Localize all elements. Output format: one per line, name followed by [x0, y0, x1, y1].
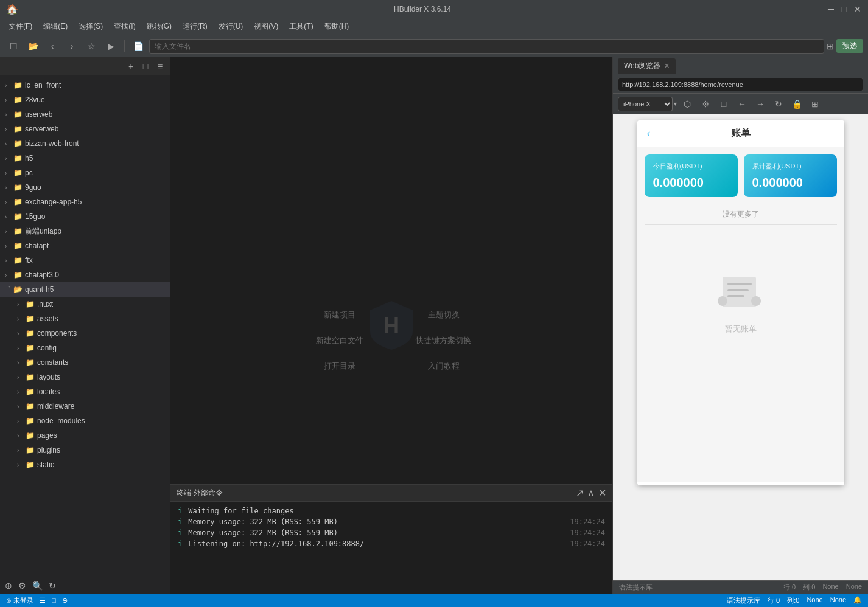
- tree-item-exchange[interactable]: › 📁 exchange-app-h5: [0, 195, 170, 209]
- terminal-close-icon[interactable]: ✕: [598, 487, 606, 499]
- run-button[interactable]: ▶: [102, 38, 119, 55]
- empty-icon: [716, 268, 765, 316]
- browser-back-button[interactable]: ←: [734, 96, 750, 112]
- menu-publish[interactable]: 发行(U): [214, 19, 248, 33]
- menu-file[interactable]: 文件(F): [4, 19, 37, 33]
- tree-item-pc[interactable]: › 📁 pc: [0, 165, 170, 180]
- statusbar-right: 语法提示库 行:0 列:0 None None 🔔: [727, 596, 862, 605]
- web-statusbar: 语法提示库 行:0 列:0 None None: [613, 580, 868, 594]
- new-project-button[interactable]: 新建项目: [287, 302, 391, 328]
- statusbar-settings-icon[interactable]: ⊕: [62, 597, 68, 605]
- web-status-col: 列:0: [803, 583, 815, 592]
- browser-grid-button[interactable]: ⊞: [807, 96, 823, 112]
- sidebar-header: + □ ≡: [0, 57, 170, 75]
- tree-item-28vue[interactable]: › 📁 28vue: [0, 92, 170, 107]
- tree-item-plugins[interactable]: › 📁 plugins: [0, 443, 170, 457]
- stats-row: 今日盈利(USDT) 0.000000 累计盈利(USDT) 0.000000: [645, 154, 837, 197]
- menu-select[interactable]: 选择(S): [74, 19, 108, 33]
- back-button[interactable]: ‹: [44, 38, 61, 55]
- tree-item-middleware[interactable]: › 📁 middleware: [0, 399, 170, 414]
- tree-item-nuxt[interactable]: › 📁 .nuxt: [0, 297, 170, 311]
- tree-item-constants[interactable]: › 📁 constants: [0, 355, 170, 370]
- tree-item-bizzan[interactable]: › 📁 bizzan-web-front: [0, 136, 170, 151]
- theme-switch-button[interactable]: 主题切换: [391, 302, 495, 328]
- preselect-button[interactable]: 预选: [836, 39, 863, 53]
- tree-item-userweb[interactable]: › 📁 userweb: [0, 107, 170, 122]
- terminal-line-2: i Memory usage: 322 MB (RSS: 559 MB) 19:…: [178, 518, 605, 526]
- phone-content: 今日盈利(USDT) 0.000000 累计盈利(USDT) 0.000000 …: [637, 147, 844, 482]
- browser-settings-button[interactable]: ⚙: [698, 96, 713, 112]
- statusbar-items-icon[interactable]: ☰: [40, 597, 46, 605]
- menu-goto[interactable]: 跳转(G): [142, 19, 177, 33]
- browser-refresh-button[interactable]: ↻: [771, 96, 786, 112]
- tree-item-static[interactable]: › 📁 static: [0, 457, 170, 472]
- new-blank-file-button[interactable]: 新建空白文件: [287, 328, 391, 353]
- browser-forward-button[interactable]: →: [752, 96, 768, 112]
- terminal-export-icon[interactable]: ↗: [576, 487, 584, 499]
- menu-run[interactable]: 运行(R): [178, 19, 212, 33]
- notification-icon[interactable]: 🔔: [853, 596, 862, 605]
- tree-item-config[interactable]: › 📁 config: [0, 341, 170, 355]
- menu-help[interactable]: 帮助(H): [320, 19, 354, 33]
- tree-item-9guo[interactable]: › 📁 9guo: [0, 180, 170, 195]
- sidebar-refresh-icon[interactable]: ↻: [49, 581, 56, 591]
- tree-item-locales[interactable]: › 📁 locales: [0, 384, 170, 399]
- new-file-button[interactable]: ☐: [5, 38, 22, 55]
- menu-view[interactable]: 视图(V): [249, 19, 283, 33]
- terminal-body: i Waiting for file changes i Memory usag…: [170, 502, 612, 566]
- browser-lock-button[interactable]: 🔒: [789, 96, 805, 112]
- tree-item-h5[interactable]: › 📁 h5: [0, 151, 170, 165]
- app-icon: 🏠: [6, 4, 18, 15]
- close-button[interactable]: ✕: [853, 5, 862, 13]
- terminal-cursor: —: [178, 550, 182, 559]
- tree-item-uniapp[interactable]: › 📁 前端uniapp: [0, 224, 170, 238]
- device-selector[interactable]: iPhone X iPhone 6/7/8 iPad: [618, 97, 673, 111]
- menu-find[interactable]: 查找(I): [109, 19, 140, 33]
- shortcut-scheme-button[interactable]: 快捷键方案切换: [391, 328, 495, 353]
- sidebar-menu-button[interactable]: ≡: [154, 60, 166, 72]
- tree-item-ftx[interactable]: › 📁 ftx: [0, 253, 170, 268]
- maximize-button[interactable]: □: [840, 5, 849, 13]
- center-menu: 新建项目 主题切换 新建空白文件 快捷键方案切换 打开目录 入门教程: [287, 302, 495, 379]
- web-status-language: None: [846, 583, 862, 592]
- tree-item-components[interactable]: › 📁 components: [0, 326, 170, 341]
- phone-back-button[interactable]: ‹: [647, 127, 651, 140]
- menu-tools[interactable]: 工具(T): [284, 19, 318, 33]
- web-browser-tab[interactable]: Web浏览器 ✕: [618, 58, 676, 74]
- tree-item-serverweb[interactable]: › 📁 serverweb: [0, 122, 170, 136]
- tree-item-layouts[interactable]: › 📁 layouts: [0, 370, 170, 384]
- sidebar-search-icon[interactable]: 🔍: [32, 581, 43, 591]
- statusbar-row: 行:0: [768, 596, 780, 605]
- sidebar-new-icon[interactable]: ⊕: [5, 581, 12, 591]
- forward-button[interactable]: ›: [63, 38, 80, 55]
- intro-tutorial-button[interactable]: 入门教程: [391, 353, 495, 379]
- tree-item-chatapt30[interactable]: › 📁 chatapt3.0: [0, 268, 170, 282]
- tree-item-15guo[interactable]: › 📁 15guo: [0, 209, 170, 224]
- filter-button[interactable]: ⊞: [827, 41, 834, 51]
- minimize-button[interactable]: ─: [827, 5, 835, 13]
- browser-screenshot-button[interactable]: □: [716, 96, 732, 112]
- terminal-line-3: i Memory usage: 322 MB (RSS: 559 MB) 19:…: [178, 529, 605, 537]
- tree-item-quant-h5[interactable]: › 📂 quant-h5: [0, 282, 170, 297]
- address-bar-input[interactable]: [618, 78, 863, 91]
- browser-export-button[interactable]: ⬡: [679, 96, 695, 112]
- tree-item-assets[interactable]: › 📁 assets: [0, 311, 170, 326]
- open-file-button[interactable]: 📂: [24, 38, 41, 55]
- tree-item-chatapt[interactable]: › 📁 chatapt: [0, 238, 170, 253]
- bookmark-button[interactable]: ☆: [83, 38, 100, 55]
- web-browser-addressbar: [613, 75, 868, 94]
- file-sidebar: + □ ≡ › 📁 lc_en_front › 📁 28vue › 📁 user…: [0, 57, 170, 594]
- sidebar-settings-icon[interactable]: ⚙: [18, 581, 26, 591]
- sidebar-add-button[interactable]: +: [125, 60, 137, 72]
- tree-item-node_modules[interactable]: › 📁 node_modules: [0, 414, 170, 428]
- terminal-title: 终端-外部命令: [177, 488, 223, 498]
- tree-item-pages[interactable]: › 📁 pages: [0, 428, 170, 443]
- open-dir-button[interactable]: 打开目录: [287, 353, 391, 379]
- sidebar-collapse-button[interactable]: □: [139, 60, 152, 72]
- terminal-up-icon[interactable]: ∧: [587, 487, 595, 499]
- file-search-input[interactable]: [149, 39, 824, 54]
- web-tab-close-icon[interactable]: ✕: [664, 62, 670, 70]
- menu-edit[interactable]: 编辑(E): [38, 19, 72, 33]
- tree-item-lc_en_front[interactable]: › 📁 lc_en_front: [0, 78, 170, 92]
- statusbar-folder-icon[interactable]: □: [52, 597, 56, 604]
